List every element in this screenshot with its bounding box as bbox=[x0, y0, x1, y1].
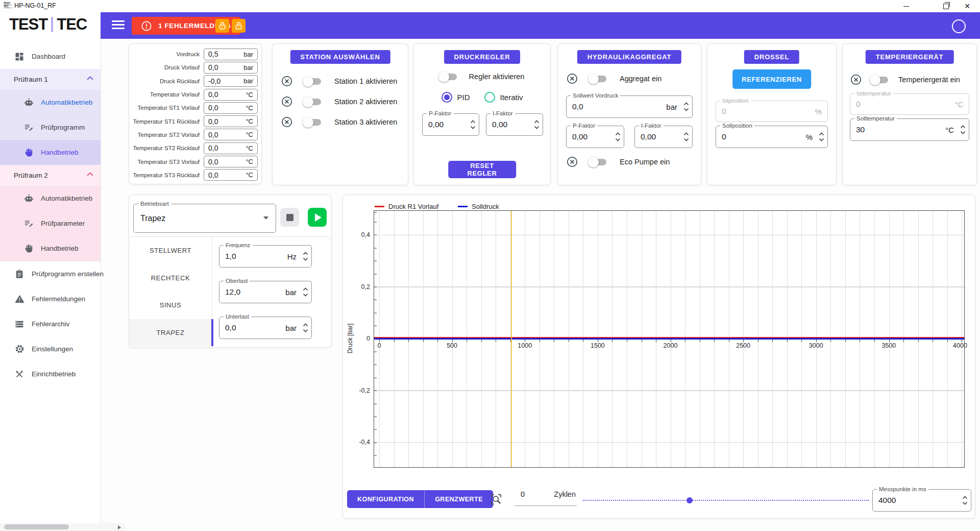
tab-sinus[interactable]: SINUS bbox=[129, 292, 212, 319]
spinner-buttons[interactable] bbox=[303, 287, 308, 297]
measurement-row: Vordruck0,5bar bbox=[129, 47, 261, 61]
betriebsart-select[interactable]: Betriebsart Trapez bbox=[133, 204, 276, 233]
pid-radio[interactable]: PID bbox=[441, 92, 470, 103]
frequenz-field[interactable]: Frequenz 1,0 Hz bbox=[219, 245, 312, 268]
sidebar-item-handbetrieb-1[interactable]: Handbetrieb bbox=[0, 140, 101, 165]
spinner-buttons[interactable] bbox=[534, 120, 540, 129]
temperiergeraet-row: Temperiergerät ein bbox=[850, 74, 960, 86]
spinner-buttons[interactable] bbox=[470, 120, 476, 129]
horizontal-scrollbar[interactable] bbox=[0, 523, 125, 531]
tab-trapez[interactable]: TRAPEZ bbox=[129, 319, 212, 347]
regler-toggle[interactable] bbox=[440, 74, 457, 80]
scrollbar-arrow-icon[interactable] bbox=[118, 525, 121, 529]
messpunkte-slider[interactable] bbox=[583, 500, 869, 501]
stop-button[interactable] bbox=[280, 208, 299, 227]
temperiergeraet-panel-header[interactable]: TEMPERIERGERÄT bbox=[866, 50, 954, 64]
hydraulik-p-faktor-field[interactable]: P-Faktor 0,00 bbox=[566, 126, 624, 148]
tab-stellwert[interactable]: STELLWERT bbox=[129, 237, 212, 264]
sidebar-item-fehlerarchiv[interactable]: Fehlerarchiv bbox=[0, 311, 101, 336]
sidebar-group-pruefraum-1[interactable]: Prüfraum 1 bbox=[0, 69, 101, 90]
x-tick: 3500 bbox=[881, 342, 896, 349]
spinner-buttons[interactable] bbox=[615, 132, 621, 141]
messpunkte-field[interactable]: Messpunkte in ms 4000 bbox=[872, 489, 971, 512]
scrollbar-thumb[interactable] bbox=[4, 524, 69, 529]
close-button[interactable]: ✕ bbox=[960, 0, 975, 12]
grenzwerte-button[interactable]: GRENZWERTE bbox=[425, 490, 493, 508]
x-tick: 2000 bbox=[664, 342, 678, 349]
sidebar-item-automatikbetrieb-1[interactable]: Automatikbetrieb bbox=[0, 90, 101, 115]
spinner-buttons[interactable] bbox=[303, 252, 308, 261]
referenzieren-button[interactable]: REFERENZIEREN bbox=[732, 69, 811, 89]
measurement-row: Temperatur Vorlauf0,0°C bbox=[129, 88, 261, 101]
station-panel: STATION AUSWÄHLEN Station 1 aktivieren S… bbox=[272, 43, 408, 185]
hydraulik-panel-header[interactable]: HYDRAULIKAGGREGAT bbox=[577, 50, 681, 64]
reset-regler-button[interactable]: RESET REGLER bbox=[448, 161, 517, 178]
sidebar-item-einstellungen[interactable]: Einstellungen bbox=[0, 336, 101, 361]
i-faktor-field[interactable]: I-Faktor 0,00 bbox=[486, 113, 543, 136]
chevron-up-icon bbox=[87, 172, 93, 176]
aggregat-toggle[interactable] bbox=[590, 76, 606, 82]
restore-button[interactable] bbox=[938, 0, 953, 12]
sollposition-field[interactable]: Sollposition 0 % bbox=[716, 126, 828, 148]
measurement-row: Druck Vorlauf0,0bar bbox=[129, 61, 261, 74]
lock-open-button-1[interactable] bbox=[215, 19, 229, 33]
play-icon bbox=[315, 213, 322, 222]
drossel-panel-header[interactable]: DROSSEL bbox=[744, 50, 799, 64]
measurement-value-box: -0,0bar bbox=[204, 75, 258, 87]
y-tick: -0,4 bbox=[359, 439, 370, 446]
menu-icon[interactable] bbox=[112, 20, 125, 29]
sidebar-group-pruefraum-2[interactable]: Prüfraum 2 bbox=[0, 165, 101, 186]
p-faktor-field[interactable]: P-Faktor 0,00 bbox=[422, 113, 479, 136]
lock-open-icon bbox=[217, 21, 227, 31]
slider-thumb[interactable] bbox=[687, 497, 693, 503]
lock-open-button-2[interactable] bbox=[232, 19, 246, 33]
hand-icon bbox=[23, 147, 34, 158]
sidebar-item-einrichtbetrieb[interactable]: Einrichtbetrieb bbox=[0, 361, 101, 387]
chart-plot-area: 0,4 0,2 0 -0,2 -0,4 0 500 1000 1500 2000… bbox=[374, 210, 965, 468]
station-1-toggle[interactable] bbox=[304, 78, 321, 85]
sidebar-item-dashboard[interactable]: Dashboard bbox=[0, 44, 101, 69]
brand-logo: TEST TEC bbox=[9, 15, 87, 34]
sidebar-item-fehlermeldungen[interactable]: Fehlermeldungen bbox=[0, 286, 101, 311]
minimize-button[interactable] bbox=[898, 0, 914, 12]
measurement-value-box: 0,0bar bbox=[204, 62, 258, 74]
spinner-buttons[interactable] bbox=[819, 132, 824, 141]
measurement-value-box: 0,0°C bbox=[204, 129, 258, 140]
spinner-buttons[interactable] bbox=[303, 323, 308, 332]
x-tick: 4000 bbox=[953, 342, 967, 349]
app-icon: TESTTEC bbox=[4, 2, 12, 10]
station-2-toggle[interactable] bbox=[304, 99, 321, 105]
sidebar-item-pruefparameter[interactable]: Prüfparameter bbox=[0, 211, 101, 236]
oberlast-field[interactable]: Oberlast 12,0 bar bbox=[219, 281, 312, 303]
unterlast-field[interactable]: Unterlast 0,0 bar bbox=[219, 317, 312, 339]
hydraulik-i-faktor-field[interactable]: I-Faktor 0,00 bbox=[634, 126, 693, 148]
chart-cursor-line bbox=[511, 211, 512, 467]
chart-legend: Druck R1 Vorlauf Solldruck bbox=[375, 203, 499, 210]
iterativ-radio[interactable]: Iterativ bbox=[484, 92, 523, 103]
station-3-toggle[interactable] bbox=[304, 119, 321, 126]
aggregat-row: Aggregat ein bbox=[566, 73, 662, 85]
temperiergeraet-toggle[interactable] bbox=[871, 77, 888, 83]
sidebar-item-pruefprogramm-erstellen[interactable]: Prüfprogramm erstellen bbox=[0, 261, 101, 286]
solltemperatur-field[interactable]: Solltemperatur 30 °C bbox=[850, 118, 969, 141]
spinner-buttons[interactable] bbox=[683, 132, 689, 141]
measurement-value-box: 0,5bar bbox=[204, 49, 258, 60]
zoom-reset-icon[interactable] bbox=[489, 493, 503, 506]
spinner-buttons[interactable] bbox=[960, 125, 966, 134]
station-2-row: Station 2 aktivieren bbox=[281, 95, 397, 108]
sidebar-item-handbetrieb-2[interactable]: Handbetrieb bbox=[0, 236, 101, 261]
station-panel-header[interactable]: STATION AUSWÄHLEN bbox=[290, 50, 390, 64]
play-button[interactable] bbox=[308, 208, 327, 227]
measurement-row: Temperatur ST3 Vorlauf0,0°C bbox=[129, 155, 261, 168]
spinner-buttons[interactable] bbox=[962, 496, 968, 505]
zyklen-field[interactable]: 0 Zyklen bbox=[514, 488, 577, 506]
sidebar-item-automatikbetrieb-2[interactable]: Automatikbetrieb bbox=[0, 186, 101, 211]
druckregler-panel-header[interactable]: DRUCKREGLER bbox=[444, 50, 521, 64]
tab-rechteck[interactable]: RECHTECK bbox=[129, 264, 212, 292]
sollwert-vordruck-field[interactable]: Sollwert Vordruck 0,0 bar bbox=[566, 95, 693, 118]
logo-divider bbox=[51, 17, 53, 32]
eco-pumpe-toggle[interactable] bbox=[590, 159, 606, 165]
spinner-buttons[interactable] bbox=[683, 102, 689, 111]
sidebar-item-pruefprogramm[interactable]: Prüfprogramm bbox=[0, 115, 101, 140]
konfiguration-button[interactable]: KONFIGURATION bbox=[347, 490, 425, 508]
